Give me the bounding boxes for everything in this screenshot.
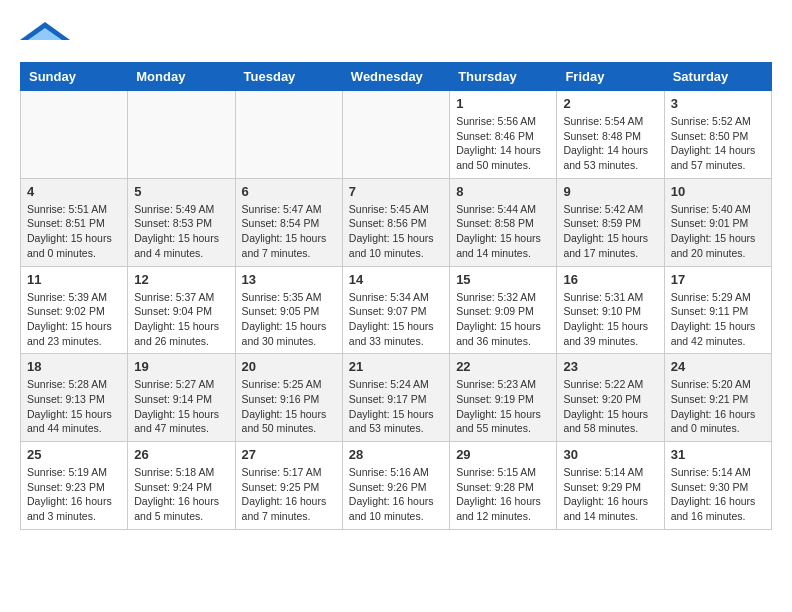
day-info: Sunrise: 5:22 AM Sunset: 9:20 PM Dayligh… [563, 377, 657, 436]
day-number: 17 [671, 272, 765, 287]
day-number: 28 [349, 447, 443, 462]
calendar-week-row: 18Sunrise: 5:28 AM Sunset: 9:13 PM Dayli… [21, 354, 772, 442]
day-info: Sunrise: 5:25 AM Sunset: 9:16 PM Dayligh… [242, 377, 336, 436]
day-info: Sunrise: 5:14 AM Sunset: 9:29 PM Dayligh… [563, 465, 657, 524]
day-number: 13 [242, 272, 336, 287]
day-info: Sunrise: 5:39 AM Sunset: 9:02 PM Dayligh… [27, 290, 121, 349]
calendar-day-cell: 17Sunrise: 5:29 AM Sunset: 9:11 PM Dayli… [664, 266, 771, 354]
day-number: 26 [134, 447, 228, 462]
day-number: 9 [563, 184, 657, 199]
day-number: 3 [671, 96, 765, 111]
calendar-day-cell: 27Sunrise: 5:17 AM Sunset: 9:25 PM Dayli… [235, 442, 342, 530]
day-number: 2 [563, 96, 657, 111]
calendar-week-row: 25Sunrise: 5:19 AM Sunset: 9:23 PM Dayli… [21, 442, 772, 530]
calendar-day-cell: 23Sunrise: 5:22 AM Sunset: 9:20 PM Dayli… [557, 354, 664, 442]
logo [20, 20, 70, 46]
day-number: 25 [27, 447, 121, 462]
calendar-day-cell: 22Sunrise: 5:23 AM Sunset: 9:19 PM Dayli… [450, 354, 557, 442]
day-number: 31 [671, 447, 765, 462]
calendar-day-cell: 3Sunrise: 5:52 AM Sunset: 8:50 PM Daylig… [664, 91, 771, 179]
day-number: 1 [456, 96, 550, 111]
calendar-day-cell: 7Sunrise: 5:45 AM Sunset: 8:56 PM Daylig… [342, 178, 449, 266]
day-number: 11 [27, 272, 121, 287]
calendar-day-cell: 16Sunrise: 5:31 AM Sunset: 9:10 PM Dayli… [557, 266, 664, 354]
day-info: Sunrise: 5:40 AM Sunset: 9:01 PM Dayligh… [671, 202, 765, 261]
day-number: 27 [242, 447, 336, 462]
day-info: Sunrise: 5:19 AM Sunset: 9:23 PM Dayligh… [27, 465, 121, 524]
day-info: Sunrise: 5:44 AM Sunset: 8:58 PM Dayligh… [456, 202, 550, 261]
day-info: Sunrise: 5:49 AM Sunset: 8:53 PM Dayligh… [134, 202, 228, 261]
day-number: 6 [242, 184, 336, 199]
calendar-day-cell: 5Sunrise: 5:49 AM Sunset: 8:53 PM Daylig… [128, 178, 235, 266]
calendar-day-cell: 4Sunrise: 5:51 AM Sunset: 8:51 PM Daylig… [21, 178, 128, 266]
calendar-day-cell [21, 91, 128, 179]
calendar-day-cell [235, 91, 342, 179]
day-header-saturday: Saturday [664, 63, 771, 91]
day-info: Sunrise: 5:45 AM Sunset: 8:56 PM Dayligh… [349, 202, 443, 261]
day-info: Sunrise: 5:18 AM Sunset: 9:24 PM Dayligh… [134, 465, 228, 524]
calendar-day-cell: 29Sunrise: 5:15 AM Sunset: 9:28 PM Dayli… [450, 442, 557, 530]
day-info: Sunrise: 5:47 AM Sunset: 8:54 PM Dayligh… [242, 202, 336, 261]
day-number: 5 [134, 184, 228, 199]
day-info: Sunrise: 5:56 AM Sunset: 8:46 PM Dayligh… [456, 114, 550, 173]
day-info: Sunrise: 5:51 AM Sunset: 8:51 PM Dayligh… [27, 202, 121, 261]
day-info: Sunrise: 5:15 AM Sunset: 9:28 PM Dayligh… [456, 465, 550, 524]
calendar-day-cell: 10Sunrise: 5:40 AM Sunset: 9:01 PM Dayli… [664, 178, 771, 266]
day-number: 18 [27, 359, 121, 374]
day-info: Sunrise: 5:27 AM Sunset: 9:14 PM Dayligh… [134, 377, 228, 436]
calendar-day-cell: 6Sunrise: 5:47 AM Sunset: 8:54 PM Daylig… [235, 178, 342, 266]
day-number: 16 [563, 272, 657, 287]
day-number: 24 [671, 359, 765, 374]
day-info: Sunrise: 5:31 AM Sunset: 9:10 PM Dayligh… [563, 290, 657, 349]
day-header-wednesday: Wednesday [342, 63, 449, 91]
day-header-friday: Friday [557, 63, 664, 91]
day-number: 29 [456, 447, 550, 462]
day-header-thursday: Thursday [450, 63, 557, 91]
day-number: 8 [456, 184, 550, 199]
day-number: 22 [456, 359, 550, 374]
calendar-day-cell [128, 91, 235, 179]
calendar-day-cell: 30Sunrise: 5:14 AM Sunset: 9:29 PM Dayli… [557, 442, 664, 530]
calendar-day-cell: 25Sunrise: 5:19 AM Sunset: 9:23 PM Dayli… [21, 442, 128, 530]
day-info: Sunrise: 5:37 AM Sunset: 9:04 PM Dayligh… [134, 290, 228, 349]
calendar-day-cell: 12Sunrise: 5:37 AM Sunset: 9:04 PM Dayli… [128, 266, 235, 354]
calendar-day-cell: 2Sunrise: 5:54 AM Sunset: 8:48 PM Daylig… [557, 91, 664, 179]
calendar-day-cell: 19Sunrise: 5:27 AM Sunset: 9:14 PM Dayli… [128, 354, 235, 442]
calendar-week-row: 4Sunrise: 5:51 AM Sunset: 8:51 PM Daylig… [21, 178, 772, 266]
calendar-day-cell: 20Sunrise: 5:25 AM Sunset: 9:16 PM Dayli… [235, 354, 342, 442]
day-number: 23 [563, 359, 657, 374]
day-number: 10 [671, 184, 765, 199]
day-info: Sunrise: 5:24 AM Sunset: 9:17 PM Dayligh… [349, 377, 443, 436]
day-number: 21 [349, 359, 443, 374]
day-header-monday: Monday [128, 63, 235, 91]
calendar-day-cell: 8Sunrise: 5:44 AM Sunset: 8:58 PM Daylig… [450, 178, 557, 266]
day-number: 30 [563, 447, 657, 462]
logo-icon [20, 20, 70, 42]
calendar-day-cell [342, 91, 449, 179]
day-info: Sunrise: 5:42 AM Sunset: 8:59 PM Dayligh… [563, 202, 657, 261]
day-info: Sunrise: 5:14 AM Sunset: 9:30 PM Dayligh… [671, 465, 765, 524]
day-info: Sunrise: 5:29 AM Sunset: 9:11 PM Dayligh… [671, 290, 765, 349]
calendar-day-cell: 31Sunrise: 5:14 AM Sunset: 9:30 PM Dayli… [664, 442, 771, 530]
calendar-day-cell: 15Sunrise: 5:32 AM Sunset: 9:09 PM Dayli… [450, 266, 557, 354]
calendar-day-cell: 28Sunrise: 5:16 AM Sunset: 9:26 PM Dayli… [342, 442, 449, 530]
calendar-day-cell: 14Sunrise: 5:34 AM Sunset: 9:07 PM Dayli… [342, 266, 449, 354]
calendar-day-cell: 11Sunrise: 5:39 AM Sunset: 9:02 PM Dayli… [21, 266, 128, 354]
calendar-week-row: 11Sunrise: 5:39 AM Sunset: 9:02 PM Dayli… [21, 266, 772, 354]
page-header [20, 20, 772, 46]
day-info: Sunrise: 5:32 AM Sunset: 9:09 PM Dayligh… [456, 290, 550, 349]
calendar-day-cell: 24Sunrise: 5:20 AM Sunset: 9:21 PM Dayli… [664, 354, 771, 442]
day-number: 12 [134, 272, 228, 287]
day-info: Sunrise: 5:35 AM Sunset: 9:05 PM Dayligh… [242, 290, 336, 349]
day-number: 20 [242, 359, 336, 374]
day-info: Sunrise: 5:23 AM Sunset: 9:19 PM Dayligh… [456, 377, 550, 436]
calendar-table: SundayMondayTuesdayWednesdayThursdayFrid… [20, 62, 772, 530]
day-info: Sunrise: 5:28 AM Sunset: 9:13 PM Dayligh… [27, 377, 121, 436]
calendar-week-row: 1Sunrise: 5:56 AM Sunset: 8:46 PM Daylig… [21, 91, 772, 179]
day-number: 19 [134, 359, 228, 374]
day-number: 4 [27, 184, 121, 199]
day-info: Sunrise: 5:16 AM Sunset: 9:26 PM Dayligh… [349, 465, 443, 524]
day-info: Sunrise: 5:54 AM Sunset: 8:48 PM Dayligh… [563, 114, 657, 173]
day-number: 7 [349, 184, 443, 199]
day-info: Sunrise: 5:20 AM Sunset: 9:21 PM Dayligh… [671, 377, 765, 436]
